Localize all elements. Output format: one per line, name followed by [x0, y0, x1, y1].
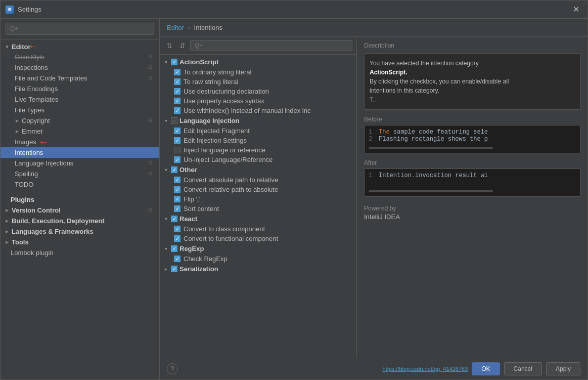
checkbox[interactable]: ✓ — [174, 107, 180, 114]
settings-window: ⚙ Settings ✕ ▼ Editor ← Code Style ⊟ — [0, 0, 588, 380]
code-text: Intention.invocation result wi — [379, 172, 488, 179]
checkbox[interactable]: ✓ — [174, 69, 180, 75]
blog-link[interactable]: https://blog.csdn.net/qq_41426763 — [382, 366, 468, 372]
cancel-button[interactable]: Cancel — [504, 362, 542, 375]
group-react[interactable]: ▼ ✓ React — [160, 214, 356, 224]
checkbox[interactable]: ✓ — [174, 186, 180, 193]
powered-by-name: IntelliJ IDEA — [364, 213, 580, 221]
int-item-to-class[interactable]: ✓ Convert to class component — [160, 224, 356, 234]
checkbox[interactable]: ✓ — [174, 235, 180, 242]
doc-icon: ⊟ — [148, 117, 155, 124]
item-label: Edit Injection Settings — [184, 137, 247, 144]
checkbox[interactable]: ✓ — [174, 177, 180, 183]
item-label: Use destructuring declaration — [184, 88, 269, 95]
checkbox[interactable] — [174, 147, 180, 153]
group-lang-injection[interactable]: ▼ − Language Injection — [160, 115, 356, 126]
arrow-icon: ► — [5, 218, 11, 224]
int-item-rel-to-abs[interactable]: ✓ Convert relative path to absolute — [160, 185, 356, 194]
int-item-uninject[interactable]: ✓ Un-inject Language/Reference — [160, 155, 356, 164]
arrow-icon: ► — [5, 207, 11, 213]
ok-button[interactable]: OK — [472, 362, 500, 375]
doc-icon: ⊟ — [148, 54, 155, 61]
sidebar-item-file-encodings[interactable]: File Encodings — [1, 83, 159, 94]
sidebar-item-copyright[interactable]: ► Copyright ⊟ — [1, 115, 159, 126]
titlebar: ⚙ Settings ✕ — [1, 1, 587, 19]
checkbox[interactable]: ✓ — [174, 78, 180, 85]
code-text: Flashing rectangle shows the p — [379, 136, 488, 143]
doc-icon: ⊟ — [148, 171, 155, 178]
checkbox[interactable]: ✓ — [174, 98, 180, 104]
sidebar-search-input[interactable] — [6, 23, 154, 35]
sidebar-item-file-code-templates[interactable]: File and Code Templates ⊟ — [1, 73, 159, 83]
int-item-abs-to-rel[interactable]: ✓ Convert absolute path to relative — [160, 175, 356, 185]
int-item-sort[interactable]: ✓ Sort content — [160, 204, 356, 214]
desc-text-line1: You have selected the intention category — [370, 59, 575, 68]
sidebar-item-emmet[interactable]: ► Emmet — [1, 126, 159, 137]
int-item-raw-string[interactable]: ✓ To raw string literal — [160, 77, 356, 87]
divider — [1, 192, 159, 192]
sidebar-item-images[interactable]: Images ← — [1, 137, 159, 147]
sidebar-item-inspections[interactable]: Inspections ⊟ — [1, 62, 159, 73]
int-item-inject-lang[interactable]: Inject language or reference — [160, 145, 356, 155]
int-item-withindex[interactable]: ✓ Use withIndex() instead of manual inde… — [160, 106, 356, 115]
int-item-to-functional[interactable]: ✓ Convert to functional component — [160, 234, 356, 243]
group-actionscript[interactable]: ▼ ✓ ActionScript — [160, 57, 356, 67]
checkbox[interactable]: ✓ — [174, 226, 180, 232]
sidebar-item-lombok[interactable]: Lombok plugin — [1, 247, 159, 258]
int-item-destructuring[interactable]: ✓ Use destructuring declaration — [160, 87, 356, 96]
group-arrow-icon: ▼ — [164, 246, 169, 251]
group-checkbox-actionscript[interactable]: ✓ — [171, 59, 177, 65]
item-label: Use withIndex() instead of manual index … — [184, 107, 310, 114]
sidebar-item-todo[interactable]: TODO — [1, 179, 159, 190]
sidebar-item-label: Languages & Frameworks — [12, 228, 94, 235]
checkbox[interactable]: ✓ — [174, 156, 180, 163]
item-label: To raw string literal — [184, 78, 238, 86]
sidebar-item-editor[interactable]: ▼ Editor ← — [1, 41, 159, 52]
sidebar-item-version-control[interactable]: ► Version Control ⊟ — [1, 205, 159, 216]
int-item-flip[interactable]: ✓ Flip ',' — [160, 194, 356, 204]
apply-button[interactable]: Apply — [546, 362, 580, 375]
sidebar-item-label: Images — [15, 138, 36, 146]
sidebar-item-spelling[interactable]: Spelling ⊟ — [1, 168, 159, 179]
int-item-ordinary-string[interactable]: ✓ To ordinary string literal — [160, 67, 356, 77]
intentions-search-input[interactable] — [190, 40, 352, 51]
sidebar-item-build[interactable]: ► Build, Execution, Deployment — [1, 216, 159, 226]
item-label: Un-inject Language/Reference — [184, 156, 273, 163]
help-button[interactable]: ? — [167, 363, 178, 374]
group-regexp[interactable]: ▼ ✓ RegExp — [160, 243, 356, 254]
group-checkbox-regexp[interactable]: ✓ — [171, 245, 177, 252]
group-other[interactable]: ▼ ✓ Other — [160, 164, 356, 175]
desc-text-line4: T... — [370, 95, 575, 104]
sidebar-item-intentions[interactable]: Intentions — [1, 147, 159, 158]
group-label-lang-injection: Language Injection — [179, 117, 239, 124]
group-serialization[interactable]: ► ✓ Serialization — [160, 264, 356, 274]
breadcrumb-parent: Editor — [167, 24, 184, 31]
close-button[interactable]: ✕ — [570, 4, 582, 15]
group-checkbox-other[interactable]: ✓ — [171, 166, 177, 173]
checkbox[interactable]: ✓ — [174, 256, 180, 262]
collapse-all-button[interactable]: ⇵ — [177, 40, 188, 51]
group-checkbox-react[interactable]: ✓ — [171, 216, 177, 222]
app-icon: ⚙ — [6, 6, 14, 14]
checkbox[interactable]: ✓ — [174, 128, 180, 134]
checkbox[interactable]: ✓ — [174, 88, 180, 95]
sidebar-item-tools[interactable]: ► Tools — [1, 237, 159, 247]
int-item-edit-injection[interactable]: ✓ Edit Injection Settings → — [160, 136, 356, 145]
checkbox[interactable]: ✓ — [174, 205, 180, 212]
sidebar-item-file-types[interactable]: File Types — [1, 105, 159, 115]
int-item-property-access[interactable]: ✓ Use property access syntax — [160, 96, 356, 106]
group-checkbox-serialization[interactable]: ✓ — [171, 266, 177, 272]
checkbox[interactable]: ✓ — [174, 196, 180, 202]
checkbox[interactable]: ✓ — [174, 137, 180, 144]
sidebar-item-language-injections[interactable]: Language Injections ⊟ — [1, 158, 159, 168]
group-checkbox-lang-injection[interactable]: − — [171, 117, 177, 124]
sidebar-item-languages[interactable]: ► Languages & Frameworks — [1, 226, 159, 237]
sidebar-item-live-templates[interactable]: Live Templates — [1, 94, 159, 105]
int-item-check-regexp[interactable]: ✓ Check RegExp — [160, 254, 356, 264]
arrow-icon: ► — [5, 239, 11, 245]
before-code-box: 1 The sample code featuring sele 2 Flash… — [364, 125, 580, 153]
sidebar-item-code-style[interactable]: Code Style ⊟ — [1, 52, 159, 62]
group-label-regexp: RegExp — [179, 245, 204, 252]
expand-all-button[interactable]: ⇅ — [164, 40, 175, 51]
int-item-edit-fragment[interactable]: ✓ Edit Injected Fragment — [160, 126, 356, 136]
